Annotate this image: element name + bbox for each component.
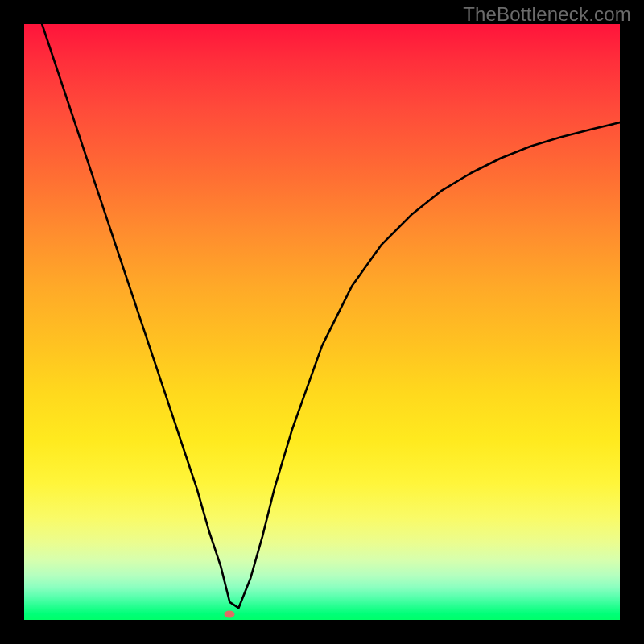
chart-container: TheBottleneck.com bbox=[0, 0, 644, 644]
curve-layer bbox=[24, 24, 620, 620]
curve-path bbox=[42, 24, 620, 608]
plot-area bbox=[24, 24, 620, 620]
watermark-text: TheBottleneck.com bbox=[463, 3, 631, 26]
valley-marker bbox=[225, 610, 235, 617]
